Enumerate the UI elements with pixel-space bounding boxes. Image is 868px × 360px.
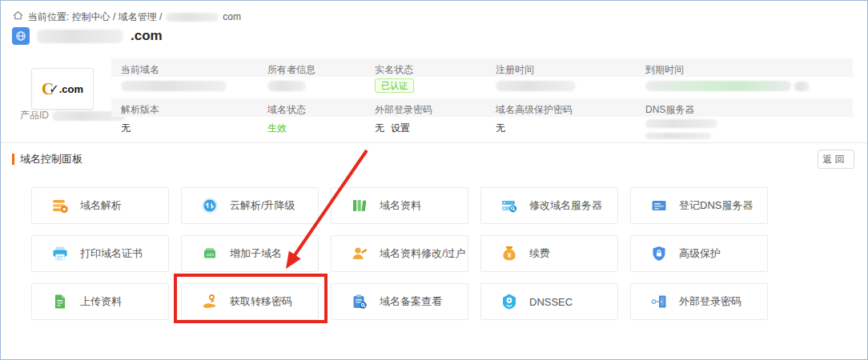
panel-button-dnssec[interactable]: DNSSEC [480, 283, 618, 320]
home-icon [12, 10, 24, 24]
upload-documents-icon [51, 293, 69, 310]
expire-time-value [645, 81, 810, 94]
panel-button-dns-resolve[interactable]: 域名解析 [31, 187, 169, 224]
table-header-band-1 [111, 58, 853, 77]
owner-info-value [267, 81, 306, 94]
cloud-resolve-icon [201, 197, 219, 214]
panel-button-renew[interactable]: ¥ 续费 [480, 235, 618, 272]
panel-button-get-transfer-password[interactable]: 获取转移密码 [181, 283, 319, 320]
domain-control-panel-page: 当前位置: 控制中心 / 域名管理 / com .com C ✓ .com 产品… [0, 0, 868, 360]
redacted-domain-name [37, 30, 123, 43]
panel-button-label: 修改域名服务器 [529, 198, 602, 213]
advanced-protection-icon [650, 245, 668, 262]
panel-button-label: 高级保护 [679, 246, 721, 261]
panel-title-row: 域名控制面板 [12, 152, 82, 166]
add-subdomain-icon: .com [201, 245, 219, 262]
breadcrumb-text[interactable]: 当前位置: 控制中心 / 域名管理 / [28, 10, 162, 24]
col-header-current-domain: 当前域名 [121, 63, 159, 77]
panel-button-label: 外部登录密码 [679, 294, 741, 309]
panel-button-domain-info[interactable]: 域名资料 [331, 187, 468, 224]
register-time-value [496, 81, 576, 94]
domain-name-suffix: .com [131, 28, 163, 44]
external-login-password-value: 无设置 [375, 122, 410, 135]
modify-dns-server-icon [500, 197, 518, 214]
product-id-label: 产品ID [20, 109, 49, 122]
external-login-password-icon [650, 293, 668, 310]
panel-button-icp-record-view[interactable]: 域名备案查看 [331, 283, 468, 320]
panel-button-cloud-resolve[interactable]: 云解析/升降级 [181, 187, 319, 224]
panel-button-advanced-protection[interactable]: 高级保护 [630, 235, 768, 272]
icp-record-view-icon [351, 293, 368, 310]
col-header-resolve-version: 解析版本 [121, 103, 159, 117]
modify-transfer-icon [351, 245, 368, 262]
panel-button-label: 云解析/升降级 [230, 198, 295, 213]
col-header-external-login-password: 外部登录密码 [375, 103, 432, 117]
panel-button-label: 增加子域名 [230, 246, 282, 261]
resolve-version-value: 无 [121, 122, 131, 135]
col-header-realname-status: 实名状态 [375, 63, 413, 77]
get-transfer-password-icon [201, 293, 219, 310]
set-password-link[interactable]: 设置 [391, 122, 410, 134]
panel-button-add-subdomain[interactable]: .com 增加子域名 [181, 235, 319, 272]
breadcrumb: 当前位置: 控制中心 / 域名管理 / com [12, 10, 241, 24]
domain-status-value: 生效 [267, 122, 287, 135]
panel-button-print-certificate[interactable]: 打印域名证书 [31, 235, 169, 272]
col-header-register-time: 注册时间 [496, 63, 534, 77]
svg-text:¥: ¥ [508, 251, 512, 259]
realname-status-badge: 已认证 [375, 78, 414, 93]
title-accent-bar [12, 154, 14, 165]
logo-com-text: .com [59, 83, 83, 95]
dns-server-value [645, 119, 717, 142]
panel-button-grid: 域名解析 云解析/升降级 域名资料 修改域名服务器 登记DNS服务器 打印域名证… [31, 187, 768, 320]
panel-button-label: 上传资料 [80, 294, 122, 309]
panel-button-label: 域名资料 [380, 198, 421, 213]
panel-button-label: 域名备案查看 [380, 294, 442, 309]
panel-button-register-dns-server[interactable]: 登记DNS服务器 [630, 187, 768, 224]
col-header-domain-status: 域名状态 [267, 103, 306, 117]
panel-button-label: DNSSEC [529, 296, 573, 308]
panel-button-external-login-password[interactable]: 外部登录密码 [630, 283, 768, 320]
breadcrumb-domain-suffix: com [223, 11, 241, 22]
panel-button-label: 域名资料修改/过户 [380, 246, 466, 261]
redacted-breadcrumb-domain [166, 13, 219, 22]
print-certificate-icon [51, 245, 69, 262]
registry-logo: C ✓ .com [31, 68, 94, 110]
logo-check-glyph: ✓ [49, 82, 59, 96]
register-dns-server-icon [650, 197, 668, 214]
domain-header: .com [12, 27, 163, 45]
panel-title: 域名控制面板 [20, 152, 82, 166]
dnssec-icon [500, 293, 518, 310]
table-header-band-2 [111, 98, 853, 117]
domain-info-icon [351, 197, 368, 214]
renew-icon: ¥ [500, 245, 518, 262]
panel-button-label: 打印域名证书 [80, 246, 143, 261]
col-header-expire-time: 到期时间 [645, 63, 684, 77]
svg-text:.com: .com [206, 253, 214, 257]
col-header-owner-info: 所有者信息 [267, 63, 315, 77]
section-divider [1, 142, 868, 143]
panel-button-label: 获取转移密码 [230, 294, 292, 309]
panel-button-upload-documents[interactable]: 上传资料 [31, 283, 169, 320]
back-button[interactable]: 返回 [818, 150, 854, 169]
panel-button-label: 登记DNS服务器 [679, 198, 753, 213]
panel-button-label: 续费 [529, 246, 550, 261]
col-header-dns-server: DNS服务器 [645, 103, 694, 117]
panel-button-modify-dns-server[interactable]: 修改域名服务器 [480, 187, 618, 224]
protect-password-value: 无 [496, 122, 505, 135]
panel-button-modify-transfer[interactable]: 域名资料修改/过户 [331, 235, 468, 272]
product-id-line: 产品ID [20, 109, 126, 122]
domain-globe-icon [12, 27, 30, 45]
current-domain-value [121, 81, 227, 94]
panel-button-label: 域名解析 [80, 198, 122, 213]
dns-resolve-icon [51, 197, 69, 214]
col-header-protect-password: 域名高级保护密码 [496, 103, 573, 117]
